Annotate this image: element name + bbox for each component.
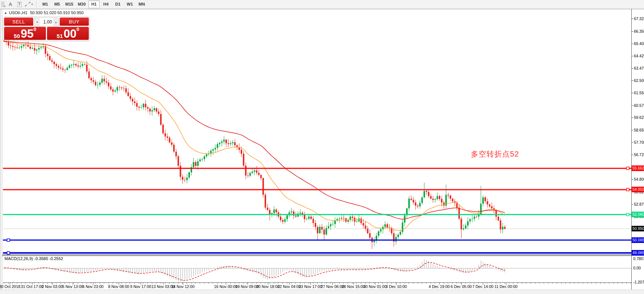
y-axis-tick	[632, 179, 633, 180]
text-annotation[interactable]: 多空转折点52	[471, 149, 519, 159]
x-axis-minor-tick	[200, 283, 200, 284]
x-axis-minor-tick	[278, 283, 278, 284]
x-axis-minor-tick	[404, 283, 405, 284]
price-level-tag: 52.060	[632, 212, 644, 217]
timeframe-button-h1[interactable]: H1	[88, 0, 100, 8]
x-axis-minor-tick	[78, 283, 78, 284]
x-axis-minor-tick	[365, 283, 366, 284]
y-axis-tick	[632, 19, 633, 19]
macd-axis-label: 0.00	[633, 266, 641, 270]
hline-handle[interactable]	[626, 167, 629, 170]
hline-handle[interactable]	[7, 239, 10, 241]
x-axis-minor-tick	[121, 283, 122, 284]
timeframe-button-h4[interactable]: H4	[100, 0, 112, 8]
x-axis-minor-tick	[578, 283, 579, 284]
y-axis-tick-label: 67.325	[634, 17, 644, 21]
x-axis-date-label: 3 Dec 10:00	[386, 284, 407, 289]
y-axis-tick	[632, 56, 633, 56]
y-axis-tick	[632, 105, 633, 106]
x-axis-minor-tick	[513, 283, 513, 284]
font-a-icon[interactable]: A	[7, 1, 14, 8]
x-axis-minor-tick	[509, 283, 509, 284]
x-axis-minor-tick	[69, 283, 69, 284]
x-axis-date-label: 5 Nov 13:00	[62, 284, 84, 289]
x-axis-minor-tick	[100, 283, 100, 284]
x-axis-minor-tick	[56, 283, 56, 284]
x-axis-minor-tick	[309, 283, 309, 284]
x-axis-minor-tick	[213, 283, 213, 284]
x-axis-minor-tick	[487, 283, 487, 284]
x-axis-minor-tick	[47, 283, 48, 284]
toolbar-drag-handle[interactable]: F	[1, 1, 4, 7]
y-axis-tick-label: 66.350	[634, 29, 644, 34]
collapse-triangle-icon[interactable]: ▲	[4, 11, 7, 15]
x-axis-date-label: 30 Oct 2018	[0, 284, 21, 289]
y-axis-tick-label: 54.800	[634, 177, 644, 181]
x-axis-minor-tick	[518, 283, 518, 284]
x-axis-minor-tick	[204, 283, 204, 284]
grid-f-icon: F	[4, 5, 6, 8]
x-axis-minor-tick	[596, 283, 596, 284]
x-axis-minor-tick	[609, 283, 609, 284]
x-axis-minor-tick	[208, 283, 209, 284]
x-axis-minor-tick	[65, 283, 65, 284]
arrows-tool-icon[interactable]: ↗ ↙ ▾	[25, 1, 33, 8]
x-axis-minor-tick	[248, 283, 248, 284]
x-axis-minor-tick	[43, 283, 43, 284]
x-axis-minor-tick	[435, 283, 435, 284]
x-axis-minor-tick	[104, 283, 104, 284]
x-axis-minor-tick	[413, 283, 413, 284]
x-axis-date-label: 7 Dec 14:00	[472, 284, 494, 289]
x-axis-minor-tick	[282, 283, 283, 284]
timeframe-button-m5[interactable]: M5	[51, 0, 63, 8]
x-axis-minor-tick	[561, 283, 562, 284]
x-axis-minor-tick	[173, 283, 174, 284]
x-axis-minor-tick	[60, 283, 61, 284]
x-axis-minor-tick	[348, 283, 348, 284]
x-axis-minor-tick	[478, 283, 479, 284]
x-axis-minor-tick	[269, 283, 270, 284]
timeframe-button-mn[interactable]: MN	[136, 0, 147, 8]
x-axis-minor-tick	[474, 283, 474, 284]
arrows-glyph: ↗ ↙	[25, 1, 31, 7]
x-axis-minor-tick	[504, 283, 505, 284]
x-axis-minor-tick	[4, 283, 4, 284]
price-axis[interactable]: 67.32566.35065.40064.42563.47562.50061.5…	[631, 9, 644, 290]
y-axis-tick-label: 62.500	[634, 79, 644, 83]
x-axis-minor-tick	[343, 283, 344, 284]
time-axis[interactable]: 30 Oct 201831 Oct 17:002 Nov 03:005 Nov …	[3, 282, 631, 290]
x-axis-minor-tick	[117, 283, 117, 284]
timeframe-button-w1[interactable]: W1	[124, 0, 135, 8]
y-axis-tick	[632, 44, 633, 44]
x-axis-minor-tick	[374, 283, 374, 284]
y-axis-tick	[632, 68, 633, 69]
x-axis-minor-tick	[12, 283, 13, 284]
y-axis-tick-label: 52.875	[634, 202, 644, 206]
timeframe-button-m1[interactable]: M1	[40, 0, 51, 8]
x-axis-minor-tick	[287, 283, 287, 284]
x-axis-minor-tick	[274, 283, 274, 284]
y-axis-tick	[632, 93, 633, 93]
x-axis-minor-tick	[418, 283, 418, 284]
x-axis-minor-tick	[252, 283, 252, 284]
text-tool-icon[interactable]: T	[16, 1, 23, 8]
x-axis-date-label: 4 Dec 19:00	[429, 284, 450, 289]
x-axis-minor-tick	[465, 283, 466, 284]
x-axis-minor-tick	[230, 283, 231, 284]
timeframe-button-m15[interactable]: M15	[63, 0, 75, 8]
hline-handle[interactable]	[626, 213, 629, 216]
timeframe-bar: M1M5M15M30H1H4D1W1MN	[39, 0, 148, 8]
x-axis-minor-tick	[91, 283, 91, 284]
y-axis-tick-label: 59.625	[634, 116, 644, 120]
timeframe-button-m30[interactable]: M30	[76, 0, 87, 8]
price-chart[interactable]	[3, 16, 631, 282]
x-axis-date-label: 20 Nov 18:00	[256, 284, 279, 289]
hline-handle[interactable]	[7, 252, 10, 254]
x-axis-minor-tick	[87, 283, 87, 284]
hline-handle[interactable]	[626, 188, 629, 191]
x-axis-minor-tick	[239, 283, 239, 284]
macd-axis-label: 0.7807	[633, 257, 644, 261]
timeframe-button-d1[interactable]: D1	[112, 0, 124, 8]
chevron-down-icon[interactable]: ▾	[31, 3, 33, 6]
x-axis-minor-tick	[152, 283, 152, 284]
